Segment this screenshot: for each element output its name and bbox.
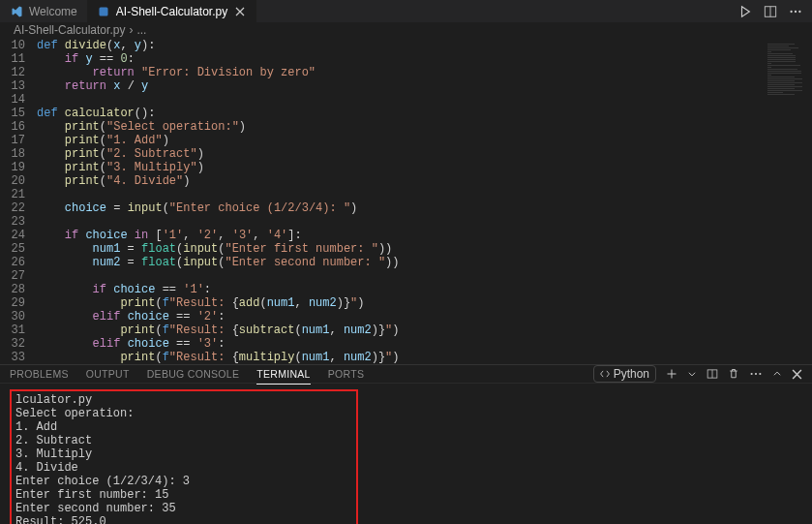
breadcrumb-file: AI-Shell-Calculator.py	[14, 23, 125, 37]
code-line[interactable]	[37, 188, 812, 201]
trash-icon[interactable]	[728, 368, 739, 380]
line-number: 18	[0, 147, 25, 161]
minimap[interactable]	[767, 43, 806, 97]
line-number: 17	[0, 134, 25, 147]
terminal[interactable]: lculator.py Select operation: 1. Add 2. …	[0, 384, 812, 524]
code-line[interactable]: print("1. Add")	[37, 134, 812, 147]
code-line[interactable]: if choice in ['1', '2', '3', '4']:	[37, 229, 812, 242]
code-line[interactable]: return "Error: Division by zero"	[37, 66, 812, 79]
tab-bar: Welcome AI-Shell-Calculator.py	[0, 0, 812, 22]
code-line[interactable]	[37, 93, 812, 107]
code-line[interactable]: if choice == '1':	[37, 283, 812, 296]
python-file-icon	[97, 5, 110, 18]
line-number: 13	[0, 79, 25, 93]
editor-area: 1011121314151617181920212223242526272829…	[0, 39, 812, 364]
code-editor[interactable]: 1011121314151617181920212223242526272829…	[0, 39, 812, 364]
line-number: 11	[0, 52, 25, 66]
editor-actions	[729, 5, 812, 18]
code-line[interactable]: def calculator():	[37, 107, 812, 120]
plus-icon[interactable]	[666, 368, 677, 380]
code-line[interactable]: print("2. Subtract")	[37, 147, 812, 161]
panel-actions: Python	[593, 365, 802, 383]
close-icon[interactable]	[792, 369, 802, 380]
code-line[interactable]: print(f"Result: {multiply(num1, num2)}")	[37, 351, 812, 364]
line-number: 21	[0, 188, 25, 201]
svg-point-9	[755, 373, 757, 375]
line-number: 32	[0, 337, 25, 351]
svg-point-4	[795, 10, 797, 12]
vscode-icon	[10, 5, 23, 18]
code-line[interactable]: elif choice == '3':	[37, 337, 812, 351]
code-line[interactable]: print(f"Result: {subtract(num1, num2)}")	[37, 324, 812, 337]
panel-tab-output[interactable]: OUTPUT	[86, 368, 130, 380]
code-line[interactable]	[37, 269, 812, 283]
split-editor-icon[interactable]	[764, 5, 777, 18]
svg-point-10	[759, 373, 761, 375]
tab-welcome[interactable]: Welcome	[0, 0, 87, 22]
svg-point-8	[751, 373, 753, 375]
tab-label: Welcome	[29, 5, 77, 18]
code-line[interactable]: def divide(x, y):	[37, 39, 812, 52]
line-number: 29	[0, 296, 25, 310]
close-icon[interactable]	[233, 5, 247, 18]
tab-label: AI-Shell-Calculator.py	[116, 5, 227, 18]
chevron-down-icon[interactable]	[687, 369, 697, 379]
svg-rect-0	[99, 7, 107, 15]
line-number: 25	[0, 242, 25, 256]
svg-point-3	[790, 10, 792, 12]
code-line[interactable]	[37, 215, 812, 229]
breadcrumb-sep: ›	[129, 23, 133, 37]
line-gutter: 1011121314151617181920212223242526272829…	[0, 39, 37, 364]
breadcrumb[interactable]: AI-Shell-Calculator.py › ...	[0, 22, 812, 39]
line-number: 15	[0, 107, 25, 120]
code-line[interactable]: print(f"Result: {add(num1, num2)}")	[37, 296, 812, 310]
line-number: 24	[0, 229, 25, 242]
panel-tab-debug-console[interactable]: DEBUG CONSOLE	[147, 368, 240, 380]
more-icon[interactable]	[749, 367, 763, 381]
line-number: 23	[0, 215, 25, 229]
code-line[interactable]: if y == 0:	[37, 52, 812, 66]
code-line[interactable]: elif choice == '2':	[37, 310, 812, 324]
terminal-output: lculator.py Select operation: 1. Add 2. …	[10, 389, 358, 524]
line-number: 33	[0, 351, 25, 364]
code-line[interactable]: choice = input("Enter choice (1/2/3/4): …	[37, 201, 812, 215]
code-line[interactable]: num2 = float(input("Enter second number:…	[37, 256, 812, 269]
line-number: 12	[0, 66, 25, 79]
line-number: 19	[0, 161, 25, 174]
panel-tab-terminal[interactable]: TERMINAL	[256, 368, 311, 385]
line-number: 10	[0, 39, 25, 52]
terminal-launch-button[interactable]: Python	[593, 365, 656, 383]
run-icon[interactable]	[738, 5, 752, 18]
line-number: 14	[0, 93, 25, 107]
line-number: 31	[0, 324, 25, 337]
breadcrumb-more: ...	[136, 23, 146, 37]
line-number: 22	[0, 201, 25, 215]
line-number: 26	[0, 256, 25, 269]
panel-tabs: PROBLEMSOUTPUTDEBUG CONSOLETERMINALPORTS…	[0, 365, 812, 384]
svg-point-5	[798, 10, 800, 12]
line-number: 30	[0, 310, 25, 324]
code-line[interactable]: print("3. Multiply")	[37, 161, 812, 174]
line-number: 20	[0, 174, 25, 188]
more-icon[interactable]	[789, 5, 802, 18]
line-number: 28	[0, 283, 25, 296]
panel-tab-ports[interactable]: PORTS	[328, 368, 364, 380]
bottom-panel: PROBLEMSOUTPUTDEBUG CONSOLETERMINALPORTS…	[0, 364, 812, 524]
split-terminal-icon[interactable]	[707, 368, 718, 380]
chevron-up-icon[interactable]	[772, 369, 782, 379]
launch-label: Python	[614, 367, 649, 381]
code-line[interactable]: print("4. Divide")	[37, 174, 812, 188]
code-icon	[600, 369, 610, 379]
panel-tab-problems[interactable]: PROBLEMS	[10, 368, 69, 380]
code-line[interactable]: return x / y	[37, 79, 812, 93]
tab-file[interactable]: AI-Shell-Calculator.py	[87, 0, 256, 22]
code-line[interactable]: print("Select operation:")	[37, 120, 812, 134]
line-number: 16	[0, 120, 25, 134]
code-content[interactable]: def divide(x, y): if y == 0: return "Err…	[37, 39, 812, 364]
code-line[interactable]: num1 = float(input("Enter first number: …	[37, 242, 812, 256]
line-number: 27	[0, 269, 25, 283]
